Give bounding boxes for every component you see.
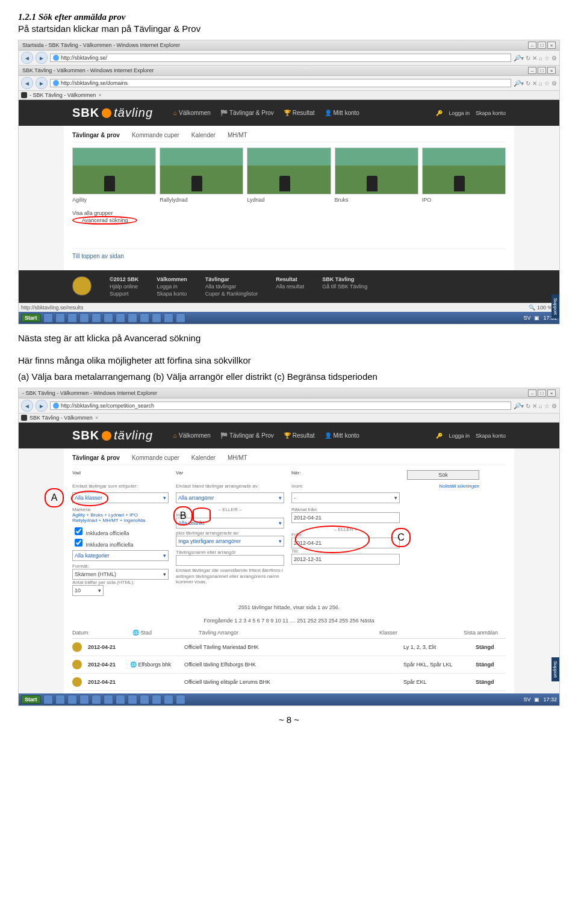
taskbar-icon[interactable]	[92, 695, 101, 704]
stop-icon[interactable]: ✕	[532, 403, 537, 409]
mark-line2[interactable]: Rallylydnad + MH/MT + Ingen/Alla	[72, 518, 169, 523]
date-to-input[interactable]: 2012-12-31	[291, 554, 400, 565]
mark-line1[interactable]: Agility + Bruks + Lydnad + IPO	[72, 512, 169, 518]
minimize-icon[interactable]: –	[528, 42, 536, 49]
refresh-icon[interactable]: ↻	[526, 55, 530, 61]
inom-select[interactable]: -▾	[291, 492, 400, 503]
site-logo[interactable]: SBKtävling	[72, 429, 153, 442]
cat-lydnad[interactable]: Lydnad	[247, 197, 331, 203]
include-unofficial-checkbox[interactable]	[75, 539, 82, 547]
site-logo[interactable]: SBKtävling	[72, 106, 153, 120]
cat-rally[interactable]: Rallylydnad	[160, 197, 243, 203]
taskbar-icon[interactable]	[176, 695, 185, 704]
reset-link[interactable]: Nollställ sökningen	[407, 483, 479, 489]
tab-close-icon[interactable]: ×	[95, 415, 98, 421]
category-image[interactable]	[72, 147, 156, 194]
nav-results[interactable]: 🏆Resultat	[284, 110, 315, 116]
forward-icon[interactable]: ►	[36, 77, 48, 89]
favorites-icon[interactable]: ☆	[544, 55, 550, 61]
perpage-select[interactable]: 10▾	[72, 585, 104, 596]
search-icon[interactable]: 🔎▾	[514, 80, 524, 87]
result-row[interactable]: 2012-04-21 Officiell Tävling Mariestad B…	[72, 639, 506, 656]
close-icon[interactable]: ×	[547, 42, 556, 49]
search-icon[interactable]: 🔎▾	[514, 55, 524, 61]
cat-agility[interactable]: Agility	[72, 197, 156, 203]
nav-welcome[interactable]: ⌂Välkommen	[173, 110, 211, 116]
subnav-cal[interactable]: Kalender	[191, 132, 216, 138]
subnav-cal[interactable]: Kalender	[191, 454, 216, 461]
taskbar-icon[interactable]	[79, 695, 89, 704]
nav-account[interactable]: 👤Mitt konto	[325, 432, 359, 439]
start-button[interactable]: Start	[21, 695, 41, 704]
taskbar-icon[interactable]	[55, 313, 65, 323]
nav-competitions[interactable]: 🏁Tävlingar & Prov	[220, 432, 274, 439]
home-icon[interactable]: ⌂	[539, 403, 542, 409]
nav-competitions[interactable]: 🏁Tävlingar & Prov	[220, 110, 274, 116]
home-icon[interactable]: ⌂	[539, 80, 542, 87]
url-field[interactable]: http://sbktavling.se/competition_search	[50, 402, 511, 410]
forward-icon[interactable]: ►	[36, 52, 48, 64]
result-row[interactable]: 2012-04-21 Officiell tävling elitspår Le…	[72, 674, 506, 691]
close-icon[interactable]: ×	[547, 389, 556, 397]
taskbar-icon[interactable]	[176, 313, 185, 323]
url-field[interactable]: http://sbktavling.se/	[50, 54, 511, 62]
taskbar-icon[interactable]	[67, 695, 77, 704]
category-image[interactable]	[335, 147, 418, 194]
include-official-checkbox[interactable]	[75, 527, 82, 535]
taskbar-icon[interactable]	[92, 313, 101, 323]
advanced-search-link[interactable]: Avancerad sökning	[82, 217, 128, 223]
lang-indicator[interactable]: SV	[523, 696, 530, 702]
forward-icon[interactable]: ►	[36, 400, 48, 412]
taskbar-icon[interactable]	[152, 313, 161, 323]
login-link[interactable]: Logga in	[449, 110, 470, 116]
url-field[interactable]: http://sbktavling.se/domains	[50, 79, 511, 87]
minimize-icon[interactable]: –	[528, 67, 536, 74]
nav-results[interactable]: 🏆Resultat	[284, 432, 315, 439]
taskbar-icon[interactable]	[140, 695, 149, 704]
to-top-link[interactable]: Till toppen av sidan	[72, 249, 506, 264]
taskbar-icon[interactable]	[116, 695, 125, 704]
cat-ipo[interactable]: IPO	[422, 197, 506, 203]
pager[interactable]: Föregående 1 2 3 4 5 6 7 8 9 10 11 … 251…	[72, 614, 506, 627]
name-input[interactable]	[176, 555, 284, 566]
nav-account[interactable]: 👤Mitt konto	[325, 110, 359, 116]
create-account-link[interactable]: Skapa konto	[476, 110, 506, 116]
support-tab[interactable]: Support	[552, 294, 559, 318]
taskbar-icon[interactable]	[67, 313, 77, 323]
result-row[interactable]: 2012-04-21 🌐 Elfsborgs bhk Officiell täv…	[72, 656, 506, 674]
stop-icon[interactable]: ✕	[532, 55, 537, 61]
subnav-mh[interactable]: MH/MT	[228, 132, 247, 138]
subnav-cups[interactable]: Kommande cuper	[132, 454, 179, 461]
tray-icon[interactable]: ▣	[534, 696, 539, 702]
category-image[interactable]	[247, 147, 331, 194]
stop-icon[interactable]: ✕	[532, 80, 537, 87]
zoom-icon[interactable]: 🔍	[529, 305, 535, 311]
show-all-link[interactable]: Visa alla grupper	[72, 210, 506, 216]
taskbar-icon[interactable]	[128, 313, 137, 323]
maximize-icon[interactable]: □	[538, 42, 546, 49]
arrangers-select[interactable]: Alla arrangörer▾	[176, 492, 284, 503]
create-account-link[interactable]: Skapa konto	[476, 433, 506, 439]
maximize-icon[interactable]: □	[538, 67, 546, 74]
tab-title[interactable]: - SBK Tävling - Välkommen	[30, 92, 96, 98]
subnav-comp[interactable]: Tävlingar & prov	[72, 132, 120, 138]
start-button[interactable]: Start	[21, 314, 41, 322]
gear-icon[interactable]: ⚙	[552, 55, 557, 61]
favorites-icon[interactable]: ☆	[544, 80, 550, 87]
taskbar-icon[interactable]	[104, 313, 113, 323]
maximize-icon[interactable]: □	[538, 389, 546, 397]
tab-title[interactable]: SBK Tävling - Välkommen	[30, 415, 93, 421]
categories-select[interactable]: Alla kategorier▾	[72, 550, 169, 561]
refresh-icon[interactable]: ↻	[526, 403, 530, 409]
taskbar-icon[interactable]	[55, 695, 65, 704]
taskbar-icon[interactable]	[164, 313, 173, 323]
taskbar-icon[interactable]	[164, 695, 173, 704]
subnav-mh[interactable]: MH/MT	[228, 454, 247, 461]
format-select[interactable]: Skärmen (HTML)▾	[72, 569, 169, 580]
taskbar-icon[interactable]	[43, 695, 53, 704]
home-icon[interactable]: ⌂	[539, 55, 542, 61]
minimize-icon[interactable]: –	[528, 389, 536, 397]
subnav-cups[interactable]: Kommande cuper	[132, 132, 179, 138]
back-icon[interactable]: ◄	[21, 400, 33, 412]
tray-icon[interactable]: ▣	[534, 315, 539, 321]
